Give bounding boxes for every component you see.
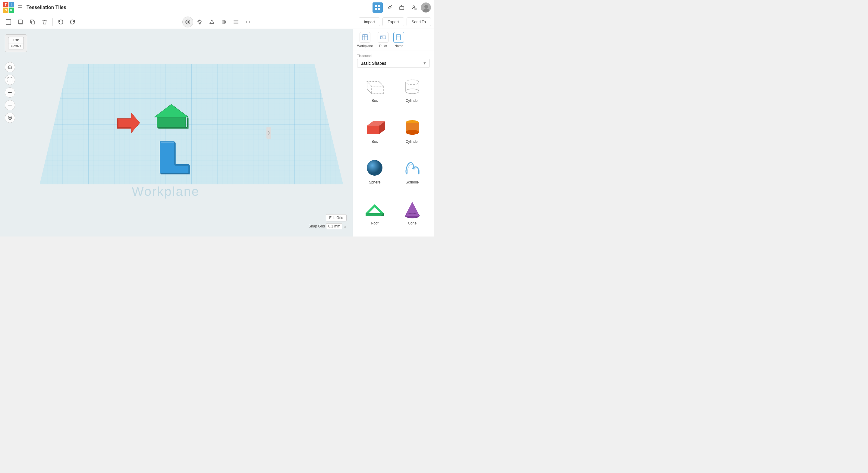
orient-icon: [7, 116, 12, 120]
shapes-dropdown: Tinkercad Basic Shapes ▼: [357, 54, 430, 68]
ruler-panel-icon: [378, 32, 389, 43]
shape-item-sphere[interactable]: Sphere: [357, 155, 393, 193]
svg-rect-22: [234, 23, 239, 24]
svg-rect-4: [400, 7, 404, 10]
scribble-icon: [400, 157, 424, 178]
svg-rect-13: [19, 20, 22, 24]
svg-rect-2: [375, 8, 377, 10]
shape-label-cylinder-outline: Cylinder: [406, 98, 419, 103]
view-cube[interactable]: TOP FRONT: [5, 34, 27, 56]
snap-grid: Snap Grid 0.1 mm ▲: [309, 223, 347, 229]
person-icon: +: [411, 5, 416, 10]
light-btn[interactable]: [194, 17, 205, 27]
svg-marker-49: [367, 82, 384, 86]
mirror-icon: [245, 19, 251, 25]
orient-btn[interactable]: [5, 113, 15, 123]
align-btn[interactable]: [230, 17, 241, 27]
shape-item-roof[interactable]: Roof: [357, 196, 393, 234]
shape-item-box-red[interactable]: Box: [357, 114, 393, 153]
light-icon: [197, 19, 203, 25]
shape-item-scribble[interactable]: Scribble: [395, 155, 430, 193]
panel-top-icons: Workplane Ruler: [353, 29, 434, 51]
zoom-in-icon: [7, 90, 12, 95]
send-to-btn[interactable]: Send To: [407, 18, 431, 26]
logo-k: K: [9, 7, 14, 13]
workplane-watermark: Workplane: [132, 184, 199, 198]
new-btn[interactable]: [3, 17, 14, 27]
notes-panel-icon: [393, 32, 404, 43]
view-cube-front: FRONT: [8, 43, 24, 50]
box-solid-icon: [363, 117, 387, 138]
tinkercad-logo: T I N K: [3, 2, 14, 13]
mirror-btn[interactable]: [243, 17, 253, 27]
shape-item-cylinder-orange[interactable]: Cylinder: [395, 114, 430, 153]
zoom-in-btn[interactable]: [5, 87, 15, 98]
avatar-image: [421, 3, 431, 13]
svg-text:+: +: [415, 8, 416, 10]
top-toolbar: Import Export Send To: [0, 15, 434, 29]
person-view-btn[interactable]: +: [409, 2, 419, 13]
design-list-icon[interactable]: ☰: [18, 4, 22, 11]
undo-btn[interactable]: [55, 17, 66, 27]
svg-rect-15: [32, 21, 35, 24]
zoom-out-btn[interactable]: [5, 100, 15, 110]
svg-rect-21: [234, 21, 239, 21]
toolbar-sep-1: [53, 19, 53, 26]
svg-rect-11: [6, 20, 11, 24]
redo-btn[interactable]: [67, 17, 78, 27]
right-top-btns: +: [373, 2, 431, 13]
shape-label-box-red: Box: [372, 139, 378, 144]
main-area: TOP FRONT: [0, 29, 434, 236]
collapse-panel-handle[interactable]: ❯: [267, 127, 271, 139]
shapes-grid: Box Cylinder Box: [353, 71, 434, 236]
svg-point-20: [223, 21, 225, 23]
hammer-icon: [387, 5, 393, 10]
hammer-view-btn[interactable]: [384, 2, 395, 13]
home-btn[interactable]: [5, 62, 15, 72]
home-icon: [7, 65, 12, 70]
snap-grid-value[interactable]: 0.1 mm: [326, 223, 342, 229]
briefcase-view-btn[interactable]: [397, 2, 407, 13]
viewport[interactable]: TOP FRONT: [0, 29, 352, 236]
svg-rect-33: [157, 117, 186, 127]
undo-icon: [58, 19, 64, 25]
workplane-panel-btn[interactable]: Workplane: [357, 32, 373, 48]
svg-point-55: [406, 89, 419, 94]
shape-item-box-outline[interactable]: Box: [357, 73, 393, 112]
category-select[interactable]: Basic Shapes ▼: [357, 59, 430, 68]
export-btn[interactable]: Export: [382, 18, 404, 26]
shape-item-cylinder-outline[interactable]: Cylinder: [395, 73, 430, 112]
workplane-panel-icon: [360, 32, 370, 43]
svg-rect-0: [375, 5, 377, 7]
duplicate-btn[interactable]: [27, 17, 38, 27]
workplane-svg: Workplane: [36, 47, 347, 224]
group-btn[interactable]: [218, 17, 229, 27]
edit-grid-btn[interactable]: Edit Grid: [326, 214, 347, 221]
collapse-arrow: ❯: [268, 131, 270, 134]
avatar[interactable]: [421, 2, 431, 13]
logo-i: I: [9, 2, 14, 7]
left-controls: [5, 62, 15, 123]
view-cube-wrapper: TOP FRONT: [5, 34, 27, 52]
camera-btn[interactable]: [182, 17, 193, 27]
cone-icon: [400, 198, 424, 219]
grid-view-btn[interactable]: [373, 2, 383, 13]
align-icon: [233, 19, 239, 25]
snap-grid-arrow[interactable]: ▲: [344, 225, 347, 228]
shape-item-cone[interactable]: Cone: [395, 196, 430, 234]
svg-marker-32: [117, 119, 119, 129]
fit-view-btn[interactable]: [5, 75, 15, 85]
roof-icon: [363, 198, 387, 219]
view-cube-top: TOP: [8, 37, 24, 43]
copy-btn[interactable]: [15, 17, 26, 27]
import-btn[interactable]: Import: [359, 18, 380, 26]
ruler-panel-btn[interactable]: Ruler: [378, 32, 389, 48]
notes-panel-btn[interactable]: Notes: [393, 32, 404, 48]
svg-rect-38: [362, 36, 368, 37]
ruler-panel-label: Ruler: [379, 44, 387, 48]
delete-btn[interactable]: [39, 17, 50, 27]
svg-rect-1: [378, 5, 380, 7]
fit-view-icon: [7, 77, 12, 82]
svg-point-9: [424, 5, 428, 8]
shape-tool-btn[interactable]: [207, 17, 217, 27]
